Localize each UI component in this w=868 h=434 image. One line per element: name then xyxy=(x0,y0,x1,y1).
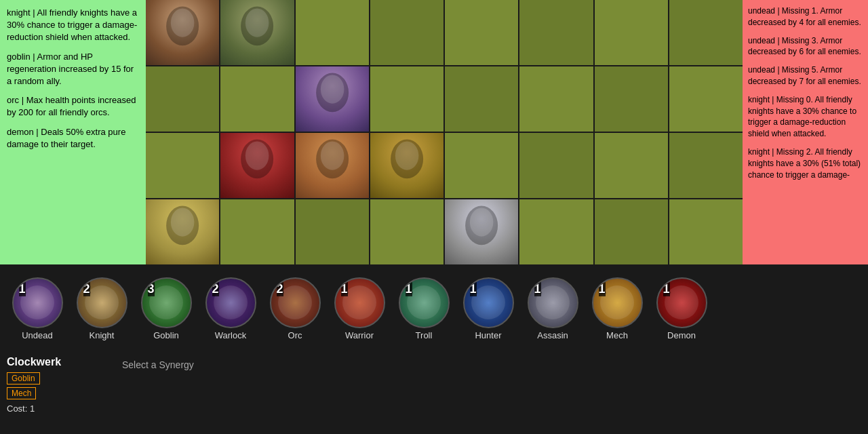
right-item-3: knight | Missing 0. All friendly knights… xyxy=(748,94,863,140)
synergy-label-troll: Troll xyxy=(416,330,433,340)
right-item-4: knight | Missing 2. All friendly knights… xyxy=(748,146,863,180)
synergy-label-undead: Undead xyxy=(22,330,53,340)
synergy-item-undead[interactable]: 1Undead xyxy=(7,277,68,340)
synergy-demon-text: demon | Deals 50% extra pure damage to t… xyxy=(7,126,139,151)
synergy-item-mech[interactable]: 1Mech xyxy=(587,277,648,340)
synergy-icon-assasin: 1 xyxy=(528,277,578,328)
grid-cell-0-7[interactable] xyxy=(669,0,743,65)
synergy-label-knight: Knight xyxy=(90,330,115,340)
grid-cell-0-4[interactable] xyxy=(445,0,518,65)
grid-cell-2-6[interactable] xyxy=(595,133,668,198)
synergy-count-knight: 2 xyxy=(83,282,90,296)
synergy-count-undead: 1 xyxy=(19,282,26,296)
svg-point-15 xyxy=(470,208,494,236)
grid-cell-1-6[interactable] xyxy=(595,66,668,132)
svg-point-5 xyxy=(320,75,344,103)
synergy-label-hunter: Hunter xyxy=(475,330,501,340)
grid-cell-0-2[interactable] xyxy=(296,0,369,65)
synergy-count-mech: 1 xyxy=(599,282,606,296)
synergy-icon-goblin: 3 xyxy=(141,277,192,328)
grid-cell-3-3[interactable] xyxy=(370,199,443,264)
grid-cell-1-1[interactable] xyxy=(220,66,294,132)
grid-cell-1-0[interactable] xyxy=(146,66,219,132)
synergy-icon-orc: 2 xyxy=(270,277,321,328)
grid-cell-3-6[interactable] xyxy=(595,199,668,264)
synergy-icon-undead: 1 xyxy=(12,277,63,328)
grid-cell-0-0[interactable] xyxy=(146,0,219,65)
synergy-select-area: Select a Synergy xyxy=(122,356,861,431)
grid-cell-0-5[interactable] xyxy=(519,0,593,65)
synergy-icon-warrior: 1 xyxy=(334,277,385,328)
left-synergy-panel: knight | All friendly knights have a 30%… xyxy=(0,0,146,264)
synergy-item-warlock[interactable]: 2Warlock xyxy=(200,277,261,340)
grid-cell-3-2[interactable] xyxy=(296,199,369,264)
grid-cell-1-4[interactable] xyxy=(445,66,518,132)
right-item-1: undead | Missing 3. Armor decreased by 6… xyxy=(748,35,863,58)
grid-cell-2-1[interactable] xyxy=(220,133,294,198)
synergy-icon-demon: 1 xyxy=(656,277,707,328)
synergy-count-goblin: 3 xyxy=(148,282,155,296)
synergy-count-demon: 1 xyxy=(663,282,670,296)
synergy-item-troll[interactable]: 1Troll xyxy=(393,277,454,340)
synergy-label-warlock: Warlock xyxy=(215,330,246,340)
grid-cell-0-6[interactable] xyxy=(595,0,668,65)
bottom-info-area: Clockwerk GoblinMech Cost: 1 Select a Sy… xyxy=(0,353,868,434)
svg-point-11 xyxy=(395,141,419,170)
synergy-label-warrior: Warrior xyxy=(345,330,374,340)
synergy-icon-mech: 1 xyxy=(592,277,643,328)
synergy-count-warrior: 1 xyxy=(341,282,348,296)
grid-cell-3-5[interactable] xyxy=(519,199,593,264)
right-item-0: undead | Missing 1. Armor decreased by 4… xyxy=(748,5,863,28)
right-item-2: undead | Missing 5. Armor decreased by 7… xyxy=(748,64,863,87)
svg-point-1 xyxy=(171,8,195,37)
synergy-count-warlock: 2 xyxy=(212,282,219,296)
synergy-count-hunter: 1 xyxy=(470,282,477,296)
synergy-label-mech: Mech xyxy=(606,330,628,340)
hero-tags: GoblinMech xyxy=(7,372,108,401)
grid-cell-2-7[interactable] xyxy=(669,133,743,198)
grid-cell-2-0[interactable] xyxy=(146,133,219,198)
synergy-item-orc[interactable]: 2Orc xyxy=(264,277,326,340)
grid-cell-1-3[interactable] xyxy=(370,66,443,132)
svg-point-7 xyxy=(245,141,269,170)
grid-cell-3-4[interactable] xyxy=(445,199,518,264)
svg-point-3 xyxy=(245,8,269,37)
synergy-item-hunter[interactable]: 1Hunter xyxy=(458,277,519,340)
synergy-icon-hunter: 1 xyxy=(463,277,514,328)
synergy-item-goblin[interactable]: 3Goblin xyxy=(136,277,197,340)
synergy-label-orc: Orc xyxy=(288,330,302,340)
synergy-item-warrior[interactable]: 1Warrior xyxy=(329,277,390,340)
grid-cell-2-3[interactable] xyxy=(370,133,443,198)
grid-cell-1-5[interactable] xyxy=(519,66,593,132)
grid-cell-3-0[interactable] xyxy=(146,199,219,264)
grid-cell-1-7[interactable] xyxy=(669,66,743,132)
synergy-count-troll: 1 xyxy=(406,282,412,296)
synergy-count-assasin: 1 xyxy=(534,282,541,296)
synergy-orc-text: orc | Max health points increased by 200… xyxy=(7,94,139,119)
grid-cell-2-5[interactable] xyxy=(519,133,593,198)
synergy-icon-warlock: 2 xyxy=(205,277,256,328)
grid-cell-2-2[interactable] xyxy=(296,133,369,198)
hero-tag-mech: Mech xyxy=(7,387,36,399)
grid-cell-3-7[interactable] xyxy=(669,199,743,264)
synergy-item-assasin[interactable]: 1Assasin xyxy=(522,277,583,340)
synergy-item-demon[interactable]: 1Demon xyxy=(651,277,712,340)
grid-cell-3-1[interactable] xyxy=(220,199,294,264)
grid-cell-2-4[interactable] xyxy=(445,133,518,198)
grid-cell-1-2[interactable] xyxy=(296,66,369,132)
synergy-goblin-text: goblin | Armor and HP regeneration incre… xyxy=(7,51,139,88)
grid-cell-0-3[interactable] xyxy=(370,0,443,65)
synergy-icon-troll: 1 xyxy=(399,277,450,328)
synergy-bar: 1Undead2Knight3Goblin2Warlock2Orc1Warrio… xyxy=(0,264,868,353)
hero-tag-goblin: Goblin xyxy=(7,372,40,384)
synergy-count-orc: 2 xyxy=(277,282,283,296)
synergy-item-knight[interactable]: 2Knight xyxy=(71,277,132,340)
grid-cell-0-1[interactable] xyxy=(220,0,294,65)
synergy-knight-text: knight | All friendly knights have a 30%… xyxy=(7,7,139,44)
hero-cost: Cost: 1 xyxy=(7,403,108,414)
battle-grid xyxy=(146,0,743,264)
synergy-label-goblin: Goblin xyxy=(153,330,179,340)
synergy-label-demon: Demon xyxy=(667,330,696,340)
right-synergy-panel: undead | Missing 1. Armor decreased by 4… xyxy=(743,0,868,264)
hero-info: Clockwerk GoblinMech Cost: 1 xyxy=(7,356,108,431)
